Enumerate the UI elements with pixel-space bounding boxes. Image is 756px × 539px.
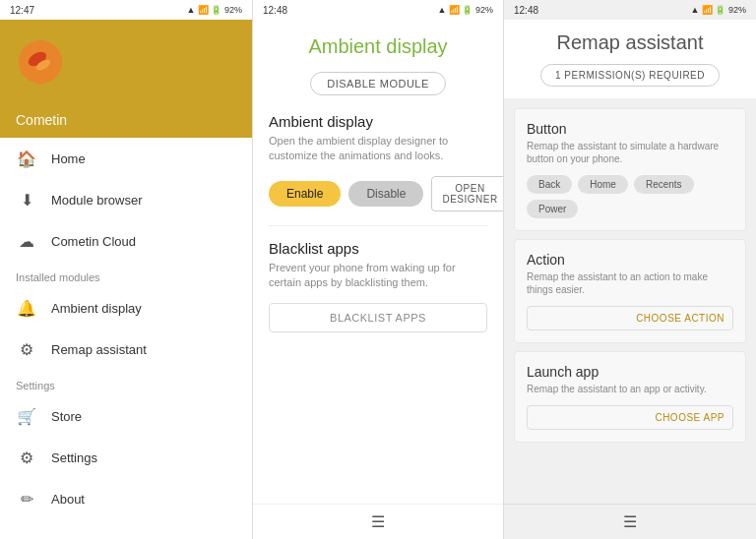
nav-label-home: Home bbox=[51, 151, 86, 166]
action-card-title: Action bbox=[527, 252, 733, 268]
enable-button[interactable]: Enable bbox=[269, 181, 341, 207]
settings-label: Settings bbox=[0, 370, 252, 395]
nav-item-remap-assistant[interactable]: ⚙ Remap assistant bbox=[0, 329, 252, 370]
cloud-icon: ☁ bbox=[16, 230, 37, 252]
button-chips: Back Home Recents Power bbox=[527, 175, 733, 218]
section-divider bbox=[269, 225, 487, 226]
remap-title: Remap assistant bbox=[520, 31, 740, 54]
about-icon: ✏ bbox=[16, 488, 37, 509]
status-bar-3: 12:48 ▲ 📶 🔋 92% bbox=[504, 0, 756, 20]
home-icon: 🏠 bbox=[16, 148, 37, 169]
nav-item-ambient-display[interactable]: 🔔 Ambient display bbox=[0, 287, 252, 329]
time-3: 12:48 bbox=[514, 5, 538, 16]
nav-item-cometin-cloud[interactable]: ☁ Cometin Cloud bbox=[0, 220, 252, 262]
blacklist-section-title: Blacklist apps bbox=[269, 240, 487, 257]
chip-power[interactable]: Power bbox=[527, 200, 578, 218]
remap-content: Button Remap the assistant to simulate a… bbox=[504, 98, 756, 504]
nav-label-ambient-display: Ambient display bbox=[51, 301, 142, 316]
launch-app-card-title: Launch app bbox=[527, 364, 733, 380]
status-icons-1: ▲ 📶 🔋 92% bbox=[187, 5, 242, 15]
nav-label-module-browser: Module browser bbox=[51, 193, 143, 208]
hamburger-icon-3: ☰ bbox=[623, 512, 637, 531]
nav-label-store: Store bbox=[51, 409, 82, 424]
time-2: 12:48 bbox=[263, 5, 287, 16]
nav-item-store[interactable]: 🛒 Store bbox=[0, 395, 252, 437]
chip-recents[interactable]: Recents bbox=[634, 175, 694, 194]
status-bar-1: 12:47 ▲ 📶 🔋 92% bbox=[0, 0, 252, 20]
chip-home[interactable]: Home bbox=[578, 175, 628, 194]
button-card: Button Remap the assistant to simulate a… bbox=[514, 108, 746, 231]
remap-assistant-panel: 12:48 ▲ 📶 🔋 92% Remap assistant 1 PERMIS… bbox=[504, 0, 756, 539]
nav-item-module-browser[interactable]: ⬇ Module browser bbox=[0, 179, 252, 220]
module-browser-icon: ⬇ bbox=[16, 189, 37, 210]
ambient-display-panel: 12:48 ▲ 📶 🔋 92% Ambient display DISABLE … bbox=[252, 0, 504, 539]
panel3-bottom-bar: ☰ bbox=[504, 504, 756, 539]
button-card-desc: Remap the assistant to simulate a hardwa… bbox=[527, 140, 733, 165]
nav-label-about: About bbox=[51, 492, 85, 507]
permission-button[interactable]: 1 PERMISSION(S) REQUIRED bbox=[540, 64, 720, 87]
ambient-section-desc: Open the ambient display designer to cus… bbox=[269, 134, 487, 164]
disable-button[interactable]: Disable bbox=[348, 181, 423, 207]
sidebar-drawer: 12:47 ▲ 📶 🔋 92% Cometin 🏠 Home ⬇ Module … bbox=[0, 0, 252, 539]
launch-app-card: Launch app Remap the assistant to an app… bbox=[514, 351, 746, 443]
drawer-header: Cometin bbox=[0, 20, 252, 138]
action-card: Action Remap the assistant to an action … bbox=[514, 239, 746, 343]
remap-icon: ⚙ bbox=[16, 338, 37, 360]
nav-label-cometin-cloud: Cometin Cloud bbox=[51, 234, 136, 249]
choose-action-button[interactable]: CHOOSE ACTION bbox=[527, 306, 733, 330]
app-name: Cometin bbox=[16, 112, 236, 128]
nav-label-remap-assistant: Remap assistant bbox=[51, 342, 147, 357]
app-logo bbox=[16, 37, 65, 87]
status-icons-2: ▲ 📶 🔋 92% bbox=[438, 5, 493, 15]
store-icon: 🛒 bbox=[16, 405, 37, 427]
ambient-section-title: Ambient display bbox=[269, 113, 487, 130]
disable-module-button[interactable]: DISABLE MODULE bbox=[310, 72, 446, 95]
settings-icon: ⚙ bbox=[16, 447, 37, 468]
ambient-display-content: Ambient display DISABLE MODULE Ambient d… bbox=[253, 20, 503, 504]
blacklist-section-desc: Prevent your phone from waking up for ce… bbox=[269, 261, 487, 291]
ambient-display-icon: 🔔 bbox=[16, 297, 37, 319]
status-icons-3: ▲ 📶 🔋 92% bbox=[691, 5, 746, 15]
ambient-section: Ambient display Open the ambient display… bbox=[269, 113, 487, 211]
choose-app-button[interactable]: CHOOSE APP bbox=[527, 405, 733, 430]
chip-back[interactable]: Back bbox=[527, 175, 572, 194]
blacklist-apps-button[interactable]: BLACKLIST APPS bbox=[269, 303, 487, 332]
installed-modules-label: Installed modules bbox=[0, 262, 252, 287]
hamburger-icon: ☰ bbox=[371, 512, 385, 531]
nav-item-about[interactable]: ✏ About bbox=[0, 478, 252, 519]
nav-item-home[interactable]: 🏠 Home bbox=[0, 138, 252, 179]
open-designer-button[interactable]: OPEN DESIGNER bbox=[431, 176, 503, 211]
nav-item-settings[interactable]: ⚙ Settings bbox=[0, 437, 252, 478]
toggle-row: Enable Disable OPEN DESIGNER bbox=[269, 176, 487, 211]
launch-app-card-desc: Remap the assistant to an app or activit… bbox=[527, 383, 733, 395]
panel2-bottom-bar: ☰ bbox=[253, 504, 503, 539]
ambient-display-title: Ambient display bbox=[269, 35, 487, 58]
blacklist-section: Blacklist apps Prevent your phone from w… bbox=[269, 240, 487, 332]
button-card-title: Button bbox=[527, 121, 733, 137]
nav-label-settings: Settings bbox=[51, 450, 97, 465]
remap-header: Remap assistant 1 PERMISSION(S) REQUIRED bbox=[504, 20, 756, 98]
time-1: 12:47 bbox=[10, 5, 34, 16]
action-card-desc: Remap the assistant to an action to make… bbox=[527, 270, 733, 296]
status-bar-2: 12:48 ▲ 📶 🔋 92% bbox=[253, 0, 503, 20]
